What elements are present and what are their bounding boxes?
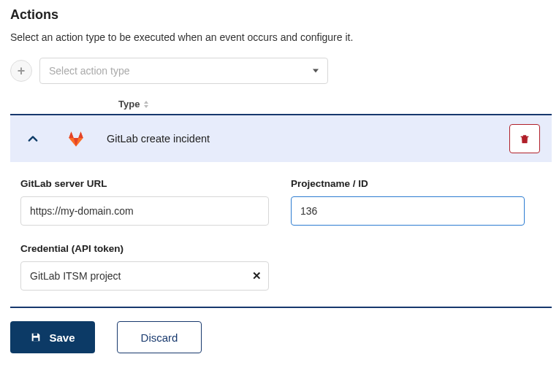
svg-rect-0 — [521, 137, 529, 137]
action-name: GitLab create incident — [107, 133, 210, 145]
close-icon: ✕ — [252, 269, 262, 282]
gitlab-icon — [66, 128, 86, 149]
chevron-down-icon — [313, 69, 319, 73]
sort-icon[interactable] — [144, 101, 150, 108]
svg-rect-2 — [34, 338, 39, 342]
page-subtitle: Select an action type to be executed whe… — [10, 31, 552, 43]
input-project[interactable] — [291, 196, 525, 226]
action-type-select[interactable]: Select action type — [39, 58, 328, 84]
trash-icon — [519, 133, 531, 145]
column-header-type[interactable]: Type — [118, 99, 140, 109]
add-action-button[interactable]: + — [10, 60, 32, 82]
label-credential: Credential (API token) — [20, 243, 269, 254]
discard-button-label: Discard — [141, 331, 178, 344]
save-button-label: Save — [49, 331, 75, 344]
action-row[interactable]: GitLab create incident — [10, 115, 552, 162]
plus-icon: + — [18, 64, 26, 79]
chevron-up-icon[interactable] — [28, 134, 38, 144]
field-project: Projectname / ID — [291, 178, 525, 226]
field-credential: Credential (API token) ✕ — [20, 243, 269, 291]
page-title: Actions — [10, 7, 552, 23]
svg-rect-1 — [34, 334, 37, 336]
input-server-url[interactable] — [20, 196, 269, 226]
discard-button[interactable]: Discard — [117, 321, 202, 353]
field-server-url: GitLab server URL — [20, 178, 269, 226]
action-type-placeholder: Select action type — [49, 65, 130, 77]
table-header: Type — [10, 96, 552, 114]
delete-action-button[interactable] — [509, 124, 540, 153]
save-icon — [30, 331, 42, 343]
clear-credential-button[interactable]: ✕ — [252, 269, 262, 283]
input-credential[interactable] — [20, 261, 269, 291]
label-server-url: GitLab server URL — [20, 178, 269, 189]
label-project: Projectname / ID — [291, 178, 525, 189]
save-button[interactable]: Save — [10, 321, 95, 353]
